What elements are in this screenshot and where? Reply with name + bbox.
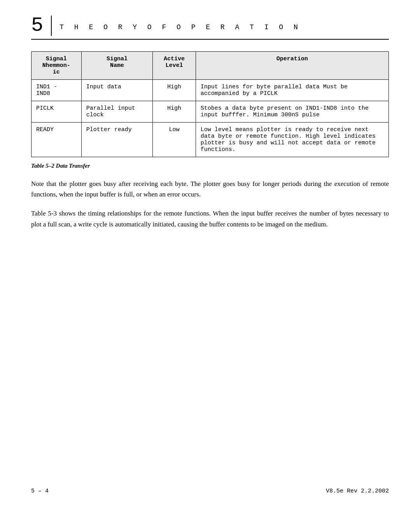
paragraphs-container: Note that the plotter goes busy after re…: [31, 179, 389, 230]
col-header-operation: Operation: [196, 52, 388, 80]
table-row: IND1 - IND8Input dataHighInput lines for…: [32, 80, 389, 101]
footer-right: V8.5e Rev 2.2.2002: [326, 488, 389, 494]
col-header-level: ActiveLevel: [153, 52, 196, 80]
cell-level: High: [153, 80, 196, 101]
cell-operation: Low level means plotter is ready to rece…: [196, 123, 388, 157]
cell-mnemonic: IND1 - IND8: [32, 80, 82, 101]
table-caption: Table 5–2 Data Transfer: [31, 163, 389, 169]
chapter-title: T H E O R Y O F O P E R A T I O N: [60, 23, 301, 31]
col-header-mnemonic: SignalNhemmon-ic: [32, 52, 82, 80]
table-header-row: SignalNhemmon-ic SignalName ActiveLevel …: [32, 52, 389, 80]
table-row: READYPlotter readyLowLow level means plo…: [32, 123, 389, 157]
cell-level: Low: [153, 123, 196, 157]
cell-operation: Input lines for byte parallel data Must …: [196, 80, 388, 101]
content-area: SignalNhemmon-ic SignalName ActiveLevel …: [31, 51, 389, 230]
table-row: PICLKParallel input clockHighStobes a da…: [32, 101, 389, 123]
cell-name: Input data: [81, 80, 153, 101]
body-paragraph-1: Note that the plotter goes busy after re…: [31, 179, 389, 200]
page-footer: 5 – 4 V8.5e Rev 2.2.2002: [31, 488, 389, 494]
cell-mnemonic: READY: [32, 123, 82, 157]
cell-operation: Stobes a data byte present on IND1-IND8 …: [196, 101, 388, 123]
page-header: 5 T H E O R Y O F O P E R A T I O N: [31, 16, 389, 40]
body-paragraph-2: Table 5-3 shows the timing relationships…: [31, 208, 389, 229]
cell-level: High: [153, 101, 196, 123]
col-header-name: SignalName: [81, 52, 153, 80]
cell-name: Parallel input clock: [81, 101, 153, 123]
cell-name: Plotter ready: [81, 123, 153, 157]
chapter-number: 5: [31, 16, 52, 36]
data-transfer-table: SignalNhemmon-ic SignalName ActiveLevel …: [31, 51, 389, 157]
cell-mnemonic: PICLK: [32, 101, 82, 123]
footer-left: 5 – 4: [31, 488, 49, 494]
